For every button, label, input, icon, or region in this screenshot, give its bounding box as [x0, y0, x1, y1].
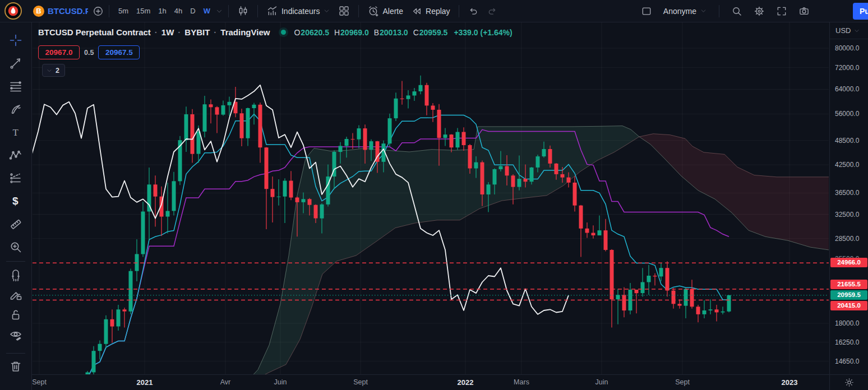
tool-xabcd-pattern[interactable]: [4, 143, 27, 166]
tool-ruler[interactable]: [4, 212, 27, 235]
time-tick: Sept: [32, 378, 57, 386]
timeframe-4h[interactable]: 4h: [170, 4, 186, 17]
redo-icon[interactable]: [483, 3, 501, 19]
user-menu[interactable]: Anonyme: [660, 4, 710, 18]
indicators-button[interactable]: Indicateurs: [263, 3, 334, 19]
layout-grid-icon[interactable]: [335, 3, 353, 19]
chart-legend[interactable]: BTCUSD Perpetual Contract · 1W · BYBIT ·…: [38, 27, 513, 37]
user-label: Anonyme: [663, 7, 696, 16]
tool-trend-line[interactable]: [4, 52, 27, 75]
tradingview-logo[interactable]: [4, 2, 22, 20]
toolbar-separator: [257, 5, 258, 17]
tool-drawing-mode-lock[interactable]: [4, 285, 27, 305]
toolbar-separator: [719, 5, 719, 17]
trade-panel: 20967.0 0.5 20967.5: [38, 45, 140, 59]
time-tick: Sept: [343, 378, 378, 386]
price-tick: 64000.0: [835, 85, 859, 93]
timeframe-15m[interactable]: 15m: [132, 4, 154, 17]
buy-button[interactable]: 20967.5: [98, 45, 140, 59]
tool-zoom-in[interactable]: [4, 235, 27, 258]
time-tick: Juin: [584, 378, 620, 386]
price-tick: 14650.0: [835, 357, 859, 365]
chevron-down-icon[interactable]: [215, 7, 223, 15]
tool-remove-all-drawings[interactable]: [4, 356, 27, 377]
toolbar-separator: [358, 5, 359, 17]
symbol-switcher[interactable]: B BTCUSD.P: [30, 3, 91, 19]
tool-fib-retracement[interactable]: [4, 75, 27, 97]
indicators-icon: [266, 5, 278, 17]
ohlc-value: 20013.0: [380, 28, 408, 37]
replay-label: Replay: [426, 7, 450, 16]
alert-price-badge: 24966.0: [830, 258, 867, 267]
bitcoin-icon: B: [33, 6, 44, 17]
market-status-dot: [281, 30, 286, 35]
currency-label: USD: [835, 26, 851, 35]
alarm-clock-icon: [367, 5, 379, 17]
price-tick: 80000.0: [835, 44, 859, 52]
currency-selector[interactable]: USD: [830, 22, 868, 39]
axis-corner: [829, 374, 868, 390]
replay-icon: [411, 6, 422, 17]
object-count: 2: [56, 67, 59, 75]
ohlc-letter: H: [334, 28, 340, 37]
ohlc-letter: C: [413, 28, 419, 37]
layout-panel-icon[interactable]: [638, 3, 655, 19]
tool-hide-all-drawings[interactable]: [4, 325, 27, 345]
legend-interval: 1W: [161, 27, 174, 37]
ohlc-value: 20620.5: [301, 28, 329, 37]
alert-button[interactable]: Alerte: [364, 3, 407, 19]
camera-icon[interactable]: [795, 3, 813, 19]
time-tick: Mars: [504, 378, 539, 386]
add-symbol-plus-icon[interactable]: [93, 6, 104, 17]
tool-brush[interactable]: [4, 97, 27, 120]
price-axis[interactable]: USD 80000.072000.064000.056000.048500.04…: [829, 22, 868, 374]
toolbar-separator: [6, 353, 25, 354]
price-tick: 16250.0: [835, 338, 859, 346]
chevron-down-icon: [323, 7, 330, 15]
gear-icon[interactable]: [750, 3, 768, 19]
search-icon[interactable]: [728, 3, 746, 19]
price-tick: 48500.0: [835, 137, 859, 145]
tool-crosshair[interactable]: [4, 29, 27, 52]
timeframe-D[interactable]: D: [186, 4, 199, 17]
chevron-down-icon: [853, 27, 860, 34]
undo-icon[interactable]: [464, 3, 482, 19]
fullscreen-icon[interactable]: [773, 3, 791, 19]
price-tick: 72000.0: [835, 64, 859, 72]
svg-text:$: $: [12, 195, 19, 207]
ohlc-values: O20620.5H20969.0B20013.0C20959.5+339.0 (…: [294, 28, 512, 37]
tool-forecast[interactable]: [4, 166, 27, 189]
timeframe-W[interactable]: W: [200, 4, 214, 17]
alert-price-badge: 21655.5: [830, 280, 867, 289]
legend-exchange: BYBIT: [184, 27, 210, 37]
time-tick: 2023: [772, 378, 807, 387]
symbol-name: BTCUSD.P: [48, 6, 88, 16]
ohlc-value: 20959.5: [419, 28, 448, 37]
tool-lock-all-drawings[interactable]: [4, 305, 27, 325]
price-tick: 36500.0: [835, 189, 859, 197]
object-tree-chip[interactable]: 2: [42, 64, 65, 77]
brightness-icon[interactable]: [844, 378, 854, 387]
candles-style-icon[interactable]: [234, 3, 252, 19]
legend-symbol: BTCUSD Perpetual Contract: [38, 27, 151, 37]
flame-logo: [7, 5, 19, 17]
timeframe-1h[interactable]: 1h: [154, 4, 170, 17]
timeframe-5m[interactable]: 5m: [114, 4, 132, 17]
indicators-label: Indicateurs: [281, 7, 320, 16]
tool-long-short-position[interactable]: $: [4, 189, 27, 212]
tool-text[interactable]: T: [4, 120, 27, 143]
svg-text:T: T: [13, 127, 19, 137]
price-tick: 32500.0: [835, 211, 859, 219]
tool-magnet[interactable]: [4, 264, 27, 285]
price-tick: 42500.0: [835, 161, 859, 169]
toolbar-separator: [228, 5, 229, 17]
time-tick: 2021: [127, 378, 163, 387]
alert-price-badge: 20415.0: [830, 301, 867, 310]
price-tick: 28500.0: [835, 235, 859, 243]
time-tick: Avr: [207, 378, 243, 386]
time-axis[interactable]: Sept2021AvrJuinSept2022MarsJuinSept2023: [32, 374, 829, 390]
ohlc-value: 20969.0: [340, 28, 369, 37]
publish-button[interactable]: Pu: [853, 3, 868, 20]
sell-button[interactable]: 20967.0: [38, 45, 80, 59]
replay-button[interactable]: Replay: [408, 3, 454, 19]
